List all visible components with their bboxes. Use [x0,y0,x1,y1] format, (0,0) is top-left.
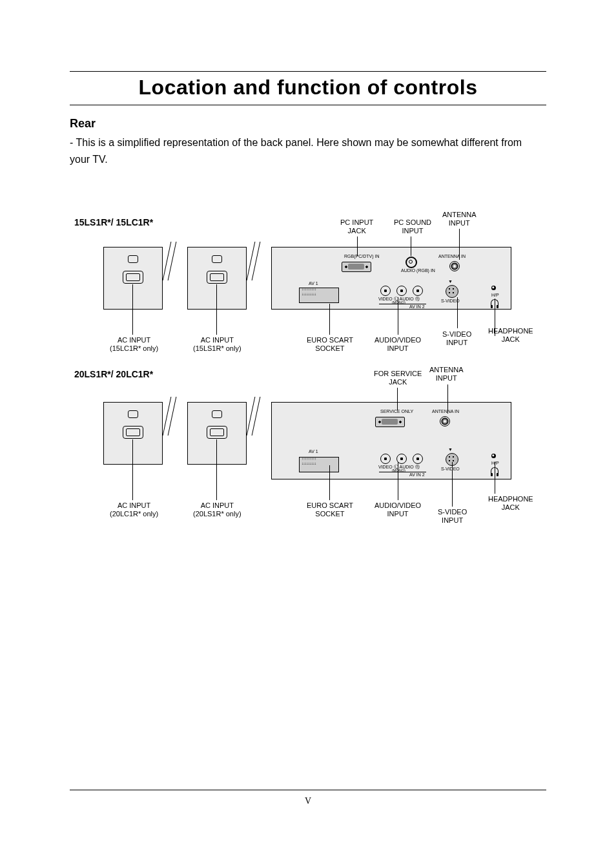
scart-port-icon [299,288,339,303]
callout-av-2: AUDIO/VIDEO INPUT [375,501,421,518]
leader-line [357,237,358,256]
page-title: Location and function of controls [70,76,546,100]
avin-bracket [379,472,426,472]
label-av1: AV 1 [309,281,318,286]
panel-break-2a [167,397,178,474]
label-rgb-in: RGB(PC/DTV) IN [344,254,379,258]
callout-service: FOR SERVICE JACK [374,370,422,386]
title-rule: Location and function of controls [70,71,546,105]
panel-break-2b [251,397,262,474]
callout-av-1: AUDIO/VIDEO INPUT [375,336,421,352]
footer-rule [70,790,546,790]
antenna-port-icon [440,416,450,426]
rca-audio-l-icon [396,286,407,296]
callout-svideo-2: S-VIDEO INPUT [438,508,467,524]
leader-line [329,304,330,335]
ac-sym-icon [128,410,138,418]
callout-euroscart-2: EURO SCART SOCKET [307,501,353,518]
ac-sym-icon [212,255,222,263]
callout-euroscart-1: EURO SCART SOCKET [307,336,353,352]
arrow-down-icon: ▼ [448,447,453,452]
avin-bracket [379,304,426,304]
callout-pc-input: PC INPUT JACK [340,218,373,235]
label-video: VIDEO [378,465,393,469]
ac-plug-icon [207,426,227,439]
hp-jack-icon [491,286,496,290]
leader-line [132,284,133,335]
hp-jack-icon [491,454,496,458]
scart-port-icon [299,457,339,472]
callout-pc-sound: PC SOUND INPUT [394,218,431,235]
leader-line [447,384,448,414]
callout-ac-15lc: AC INPUT (15LC1R* only) [110,336,158,352]
leader-line [411,237,411,256]
callout-svideo-1: S-VIDEO INPUT [442,330,471,346]
ac-panel-15lc [103,247,163,310]
callout-antenna-1: ANTENNA INPUT [442,211,477,227]
leader-line [216,284,217,335]
intro-text: - This is a simplified representation of… [70,134,546,167]
rear-panel-1: RGB(PC/DTV) IN AUDIO (RGB) IN ANTENNA IN… [271,247,511,310]
label-svideo: S-VIDEO [441,467,460,471]
ac-sym-icon [212,410,222,418]
panel-break-1b [251,242,262,319]
arrow-down-icon: ▼ [448,279,453,284]
rca-audio-r-icon [413,454,423,464]
leader-line [132,439,133,500]
label-antenna-in: ANTENNA IN [438,254,466,258]
leader-line [329,465,330,500]
label-hp: H/P [491,293,499,297]
panel-break-1a [167,242,178,319]
label-audio-rgb: AUDIO (RGB) IN [401,268,435,273]
ac-panel-20ls [187,402,247,465]
callout-headphone-1: HEADPHONE JACK [488,327,533,343]
vga-port-icon [342,262,371,272]
callout-ac-20lc: AC INPUT (20LC1R* only) [110,501,158,518]
label-video: VIDEO [378,297,393,301]
rca-audio-r-icon [413,286,423,296]
callout-ac-20ls: AC INPUT (20LS1R* only) [193,501,241,518]
page-number: V [0,796,616,806]
leader-line [397,388,398,410]
svideo-port-icon [446,285,458,298]
leader-line [398,462,398,500]
ac-plug-icon [207,271,227,284]
rca-video-icon [380,286,391,296]
ac-plug-icon [123,426,143,439]
leader-line [495,462,495,494]
page: Location and function of controls Rear -… [0,0,616,842]
leader-line [216,439,217,500]
vga-port-icon [375,417,405,427]
callout-headphone-2: HEADPHONE JACK [488,495,533,511]
antenna-port-icon [449,261,460,271]
ac-panel-15ls [187,247,247,310]
ac-sym-icon [128,255,138,263]
rca-video-icon [380,454,391,464]
label-antenna-in: ANTENNA IN [432,409,459,414]
label-av1: AV 1 [309,449,318,454]
leader-line [398,297,398,335]
audio-jack-icon [406,257,417,268]
ac-plug-icon [123,271,143,284]
model-2-label: 20LS1R*/ 20LC1R* [74,369,153,379]
label-avin2: AV IN 2 [409,472,425,477]
callout-antenna-2: ANTENNA INPUT [429,366,464,382]
label-avin2: AV IN 2 [409,304,425,309]
callout-ac-15ls: AC INPUT (15LS1R* only) [193,336,241,352]
leader-line [457,297,458,328]
ac-panel-20lc [103,402,163,465]
model-1-label: 15LS1R*/ 15LC1R* [74,217,153,227]
rear-panel-2: SERVICE ONLY ANTENNA IN AV 1 VIDEO Ⓛ AUD… [271,402,511,479]
leader-line [452,462,453,507]
section-heading-rear: Rear [70,117,546,131]
leader-line [459,229,460,260]
